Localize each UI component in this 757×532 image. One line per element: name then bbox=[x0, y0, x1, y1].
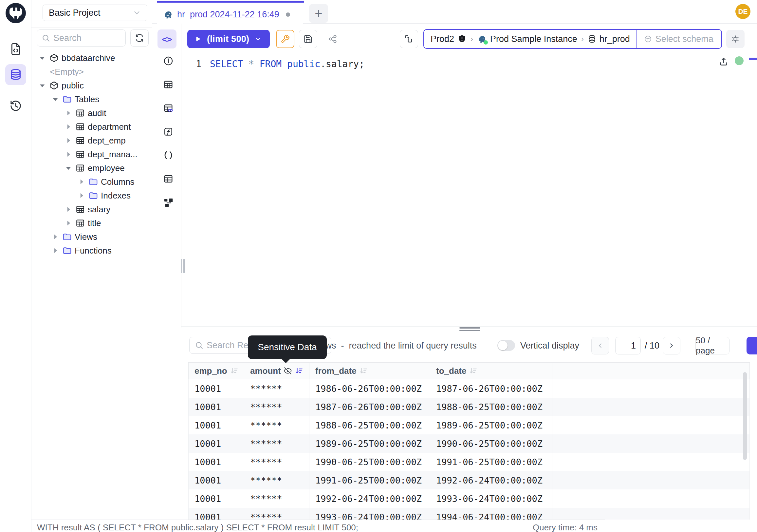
avatar[interactable]: DE bbox=[735, 4, 750, 19]
code-mode-button[interactable]: <> bbox=[158, 29, 176, 48]
tree-caret-right[interactable] bbox=[64, 122, 73, 131]
table-row[interactable]: 10001******1988-06-25T00:00:00Z1989-06-2… bbox=[189, 416, 750, 434]
tree-caret-right[interactable] bbox=[51, 233, 60, 241]
page-number-input[interactable] bbox=[615, 337, 641, 355]
sql-token: . bbox=[320, 59, 326, 70]
connection-breadcrumb[interactable]: Prod2 › Prod Sample Instance › hr_prod bbox=[424, 30, 637, 48]
info-icon[interactable] bbox=[162, 54, 175, 68]
tree-item-tables[interactable]: Tables bbox=[31, 92, 152, 106]
table-scrollbar[interactable] bbox=[743, 372, 747, 460]
column-header-from_date[interactable]: from_date bbox=[309, 363, 430, 379]
history-icon[interactable] bbox=[5, 95, 26, 116]
tree-caret-right[interactable] bbox=[77, 191, 86, 200]
table-row[interactable]: 10001******1993-06-24T00:00:00Z1994-06-2… bbox=[189, 508, 750, 519]
new-tab-label: + bbox=[315, 6, 322, 21]
table-row[interactable]: 10001******1986-06-26T00:00:00Z1987-06-2… bbox=[189, 379, 750, 398]
column-header-to_date[interactable]: to_date bbox=[430, 363, 552, 379]
table-row[interactable]: 10001******1987-06-26T00:00:00Z1988-06-2… bbox=[189, 398, 750, 416]
tab-hr-prod[interactable]: hr_prod 2024-11-22 16:49 bbox=[157, 1, 303, 24]
eye-off-icon[interactable] bbox=[284, 366, 292, 375]
upload-icon[interactable] bbox=[719, 57, 728, 66]
tree-caret-right[interactable] bbox=[64, 205, 73, 214]
next-page-button[interactable] bbox=[663, 337, 681, 355]
tree-item-audit[interactable]: audit bbox=[31, 106, 152, 120]
tree-caret-right[interactable] bbox=[64, 109, 73, 117]
table-icon bbox=[75, 136, 85, 145]
sort-icon[interactable] bbox=[295, 366, 303, 375]
tree-item-dept-mana-[interactable]: dept_mana... bbox=[31, 147, 152, 161]
tree-caret-down[interactable] bbox=[51, 95, 60, 104]
bytebase-logo[interactable] bbox=[6, 3, 26, 23]
sql-editor[interactable]: 1 SELECT * FROM public.salary; bbox=[192, 57, 364, 72]
worksheet-icon[interactable] bbox=[5, 39, 26, 60]
notice-separator: - bbox=[341, 341, 344, 351]
sort-icon[interactable] bbox=[469, 366, 477, 375]
tree-item-bbdataarchive[interactable]: bbdataarchive bbox=[31, 51, 152, 65]
function-panel-icon[interactable] bbox=[162, 125, 175, 138]
chevron-down-icon bbox=[255, 35, 261, 43]
schema-diagram-icon[interactable] bbox=[162, 196, 175, 209]
sensitive-data-panel-icon[interactable] bbox=[162, 102, 175, 115]
format-sql-button[interactable] bbox=[276, 30, 294, 48]
table-detail-icon[interactable] bbox=[162, 172, 175, 185]
page-size-select[interactable]: 50 / page bbox=[695, 337, 730, 355]
table-icon bbox=[75, 218, 85, 228]
cell-filler bbox=[552, 398, 750, 416]
tree-caret-right[interactable] bbox=[77, 177, 86, 186]
tree-item-title[interactable]: title bbox=[31, 216, 152, 230]
splitter-handle[interactable] bbox=[459, 330, 480, 331]
tree-item-dept-emp[interactable]: dept_emp bbox=[31, 134, 152, 147]
export-button[interactable] bbox=[746, 337, 757, 355]
tree-item-salary[interactable]: salary bbox=[31, 203, 152, 216]
tree-item-columns[interactable]: Columns bbox=[31, 175, 152, 189]
sidebar-search[interactable] bbox=[37, 29, 126, 47]
column-header-emp_no[interactable]: emp_no bbox=[189, 363, 244, 379]
sidebar-search-input[interactable] bbox=[53, 33, 116, 43]
tree-caret-down[interactable] bbox=[38, 54, 46, 62]
project-select[interactable]: Basic Project bbox=[43, 5, 147, 21]
tree-caret-right[interactable] bbox=[64, 150, 73, 159]
column-header-amount[interactable]: amount bbox=[244, 363, 309, 379]
schema-select[interactable]: Select schema bbox=[637, 30, 721, 48]
run-query-button[interactable]: (limit 500) bbox=[187, 30, 270, 48]
batch-mode-button[interactable] bbox=[400, 30, 418, 48]
splitter-handle[interactable] bbox=[459, 327, 480, 329]
cell-amount: ****** bbox=[244, 508, 309, 519]
sort-icon[interactable] bbox=[230, 366, 238, 375]
sql-code-line: SELECT * FROM public.salary; bbox=[210, 57, 364, 72]
tree-caret-right[interactable] bbox=[64, 219, 73, 227]
sort-icon[interactable] bbox=[359, 366, 368, 375]
tree-caret-down[interactable] bbox=[64, 164, 73, 172]
tree-item-indexes[interactable]: Indexes bbox=[31, 189, 152, 203]
parentheses-panel-icon[interactable] bbox=[162, 149, 175, 162]
ai-assistant-button[interactable] bbox=[726, 30, 744, 48]
tree-item--empty-[interactable]: <Empty> bbox=[31, 65, 152, 78]
prev-page-button[interactable] bbox=[591, 337, 609, 355]
new-tab-button[interactable]: + bbox=[309, 4, 328, 23]
vertical-display-toggle[interactable] bbox=[497, 340, 515, 351]
tree-item-public[interactable]: public bbox=[31, 78, 152, 92]
cell-emp_no: 10001 bbox=[189, 379, 244, 398]
tree-item-employee[interactable]: employee bbox=[31, 161, 152, 175]
table-row[interactable]: 10001******1992-06-24T00:00:00Z1993-06-2… bbox=[189, 489, 750, 508]
refresh-button[interactable] bbox=[130, 29, 149, 47]
instance-status-dot bbox=[484, 40, 488, 45]
tree-caret-down[interactable] bbox=[38, 81, 46, 90]
tree-caret-right[interactable] bbox=[51, 246, 60, 255]
tree-item-label: salary bbox=[88, 204, 110, 215]
share-button[interactable] bbox=[323, 30, 342, 48]
database-label: hr_prod bbox=[599, 34, 630, 44]
table-row[interactable]: 10001******1989-06-25T00:00:00Z1990-06-2… bbox=[189, 434, 750, 453]
save-button[interactable] bbox=[299, 30, 317, 48]
tree-caret-right[interactable] bbox=[64, 136, 73, 145]
editor-scroll-marker[interactable] bbox=[749, 58, 757, 60]
tree-item-department[interactable]: department bbox=[31, 120, 152, 134]
table-panel-icon[interactable] bbox=[162, 78, 175, 91]
tree-item-functions[interactable]: Functions bbox=[31, 244, 152, 258]
sql-token: * bbox=[249, 59, 254, 70]
tree-item-views[interactable]: Views bbox=[31, 230, 152, 244]
database-nav-icon[interactable] bbox=[5, 64, 26, 85]
avatar-initials: DE bbox=[738, 8, 747, 16]
table-row[interactable]: 10001******1990-06-25T00:00:00Z1991-06-2… bbox=[189, 453, 750, 471]
table-row[interactable]: 10001******1991-06-25T00:00:00Z1992-06-2… bbox=[189, 471, 750, 489]
